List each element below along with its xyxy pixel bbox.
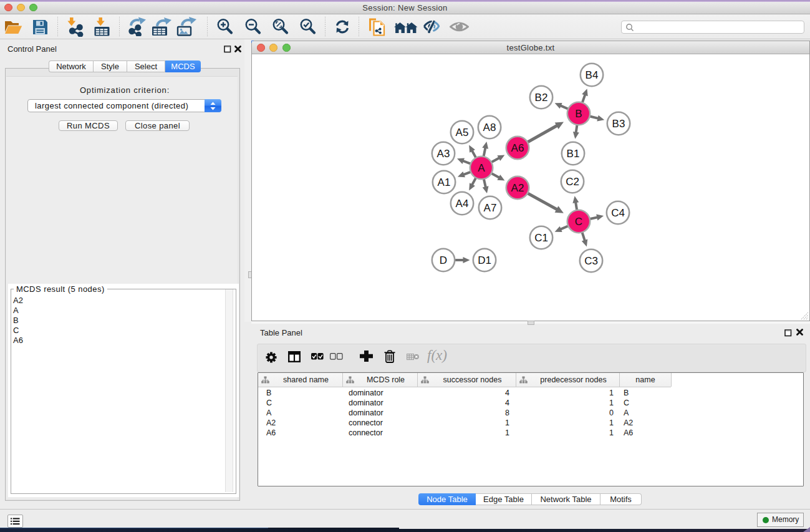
svg-text:A8: A8: [483, 122, 496, 133]
svg-text:C4: C4: [611, 207, 625, 219]
svg-text:B: B: [575, 108, 582, 120]
svg-text:A3: A3: [437, 148, 450, 160]
svg-text:A5: A5: [456, 127, 469, 138]
svg-text:A1: A1: [438, 177, 451, 188]
svg-text:A2: A2: [511, 182, 524, 194]
svg-text:A7: A7: [484, 202, 497, 214]
svg-text:B4: B4: [586, 69, 599, 81]
svg-text:A: A: [478, 162, 485, 174]
svg-text:C: C: [575, 216, 582, 228]
svg-text:B2: B2: [535, 92, 548, 104]
svg-text:B3: B3: [612, 118, 625, 130]
svg-text:B1: B1: [567, 148, 580, 160]
svg-text:D1: D1: [478, 254, 491, 266]
svg-text:C3: C3: [584, 255, 598, 267]
svg-text:A4: A4: [456, 198, 469, 210]
svg-text:C1: C1: [534, 232, 548, 244]
svg-text:A6: A6: [511, 142, 524, 154]
svg-text:C2: C2: [566, 176, 579, 188]
svg-text:D: D: [440, 254, 447, 266]
